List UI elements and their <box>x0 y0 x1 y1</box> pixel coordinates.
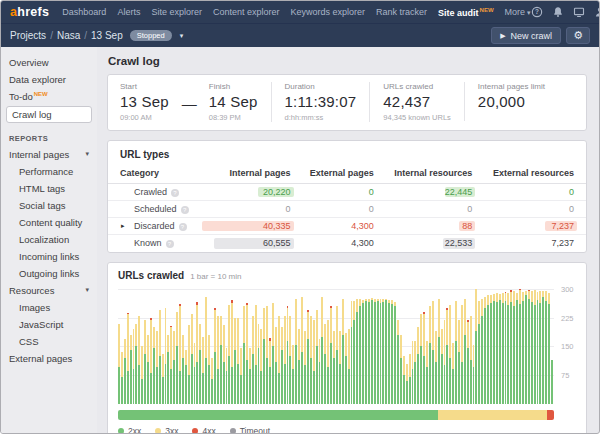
chevron-down-icon[interactable]: ▾ <box>85 286 89 294</box>
sidebar-item-external-pages[interactable]: External pages <box>1 350 97 367</box>
stacked-bar[interactable] <box>243 286 245 404</box>
sidebar-item-localization[interactable]: Localization <box>1 231 97 248</box>
table-row-scheduled[interactable]: Scheduled?0000 <box>108 201 586 218</box>
nav-item-alerts[interactable]: Alerts <box>117 7 140 17</box>
breadcrumb-projects[interactable]: Projects <box>10 30 46 41</box>
stacked-bar[interactable] <box>263 286 265 404</box>
new-crawl-button[interactable]: ▶ New crawl <box>491 27 561 44</box>
stacked-bar[interactable] <box>234 286 236 404</box>
stacked-bar[interactable] <box>446 286 448 404</box>
stacked-bar[interactable] <box>449 286 451 404</box>
stacked-bar[interactable] <box>147 286 149 404</box>
stacked-bar[interactable] <box>170 286 172 404</box>
stacked-bar[interactable] <box>275 286 277 404</box>
stacked-bar[interactable] <box>502 286 504 404</box>
stacked-bar[interactable] <box>194 286 196 404</box>
stacked-bar[interactable] <box>458 286 460 404</box>
nav-item-site-audit[interactable]: Site auditNEW <box>438 7 494 18</box>
stacked-bar[interactable] <box>545 286 547 404</box>
stacked-bar[interactable] <box>374 286 376 404</box>
stacked-bar[interactable] <box>365 286 367 404</box>
stacked-bar[interactable] <box>167 286 169 404</box>
stacked-bar[interactable] <box>199 286 201 404</box>
stacked-bar[interactable] <box>484 286 486 404</box>
expand-row-icon[interactable]: ▸ <box>121 222 125 230</box>
stacked-bar[interactable] <box>412 286 414 404</box>
nav-item-keywords-explorer[interactable]: Keywords explorer <box>290 7 365 17</box>
stacked-bar[interactable] <box>478 286 480 404</box>
stacked-bar[interactable] <box>260 286 262 404</box>
nav-item-more[interactable]: More▾ <box>505 7 531 17</box>
stacked-bar[interactable] <box>176 286 178 404</box>
stacked-bar[interactable] <box>272 286 274 404</box>
stacked-bar[interactable] <box>153 286 155 404</box>
stacked-bar[interactable] <box>435 286 437 404</box>
stacked-bar[interactable] <box>406 286 408 404</box>
stacked-bar[interactable] <box>359 286 361 404</box>
stacked-bar[interactable] <box>150 286 152 404</box>
stacked-bar[interactable] <box>316 286 318 404</box>
stacked-bar[interactable] <box>537 286 539 404</box>
stacked-bar[interactable] <box>220 286 222 404</box>
stacked-bar[interactable] <box>461 286 463 404</box>
stacked-bar[interactable] <box>493 286 495 404</box>
stacked-bar[interactable] <box>173 286 175 404</box>
stacked-bar[interactable] <box>141 286 143 404</box>
stacked-bar[interactable] <box>298 286 300 404</box>
stacked-bar[interactable] <box>522 286 524 404</box>
stacked-bar[interactable] <box>452 286 454 404</box>
stacked-bar[interactable] <box>135 286 137 404</box>
stacked-bar[interactable] <box>377 286 379 404</box>
stacked-bar[interactable] <box>534 286 536 404</box>
account-icon[interactable] <box>594 6 600 18</box>
stacked-bar[interactable] <box>385 286 387 404</box>
stacked-bar[interactable] <box>455 286 457 404</box>
stacked-bar[interactable] <box>223 286 225 404</box>
stacked-bar[interactable] <box>127 286 129 404</box>
stacked-bar[interactable] <box>231 286 233 404</box>
stacked-bar[interactable] <box>426 286 428 404</box>
stacked-bar[interactable] <box>403 286 405 404</box>
stacked-bar[interactable] <box>496 286 498 404</box>
legend-item-4xx[interactable]: 4xx <box>192 426 215 434</box>
stacked-bar[interactable] <box>205 286 207 404</box>
nav-item-site-explorer[interactable]: Site explorer <box>151 7 202 17</box>
stacked-bar[interactable] <box>310 286 312 404</box>
stacked-bar[interactable] <box>539 286 541 404</box>
stacked-bar[interactable] <box>246 286 248 404</box>
stacked-bar[interactable] <box>202 286 204 404</box>
stacked-bar[interactable] <box>391 286 393 404</box>
sidebar-item-css[interactable]: CSS <box>1 333 97 350</box>
stacked-bar[interactable] <box>342 286 344 404</box>
stacked-bar[interactable] <box>130 286 132 404</box>
stacked-bar[interactable] <box>519 286 521 404</box>
stacked-bar[interactable] <box>226 286 228 404</box>
sidebar-item-images[interactable]: Images <box>1 299 97 316</box>
ahrefs-logo[interactable]: ahrefs <box>10 5 49 19</box>
stacked-bar[interactable] <box>371 286 373 404</box>
info-icon[interactable]: ? <box>179 223 187 231</box>
sidebar-item-crawl-log[interactable]: Crawl log <box>6 106 92 123</box>
stacked-bar[interactable] <box>499 286 501 404</box>
settings-button[interactable]: ⚙ <box>566 27 590 44</box>
stacked-bar[interactable] <box>481 286 483 404</box>
stacked-bar[interactable] <box>252 286 254 404</box>
stacked-bar[interactable] <box>304 286 306 404</box>
stacked-bar[interactable] <box>217 286 219 404</box>
table-row-crawled[interactable]: Crawled?20,220022,4450 <box>108 184 586 201</box>
stacked-bar[interactable] <box>292 286 294 404</box>
stacked-bar[interactable] <box>185 286 187 404</box>
stacked-bar[interactable] <box>319 286 321 404</box>
stacked-bar[interactable] <box>284 286 286 404</box>
stacked-bar[interactable] <box>531 286 533 404</box>
stacked-bar[interactable] <box>295 286 297 404</box>
stacked-bar[interactable] <box>505 286 507 404</box>
stacked-bar[interactable] <box>266 286 268 404</box>
sidebar-item-content-quality[interactable]: Content quality <box>1 214 97 231</box>
stacked-bar[interactable] <box>196 286 198 404</box>
stacked-bar[interactable] <box>551 286 553 404</box>
stacked-bar[interactable] <box>336 286 338 404</box>
stacked-bar[interactable] <box>380 286 382 404</box>
stacked-bar[interactable] <box>133 286 135 404</box>
stacked-bar[interactable] <box>397 286 399 404</box>
